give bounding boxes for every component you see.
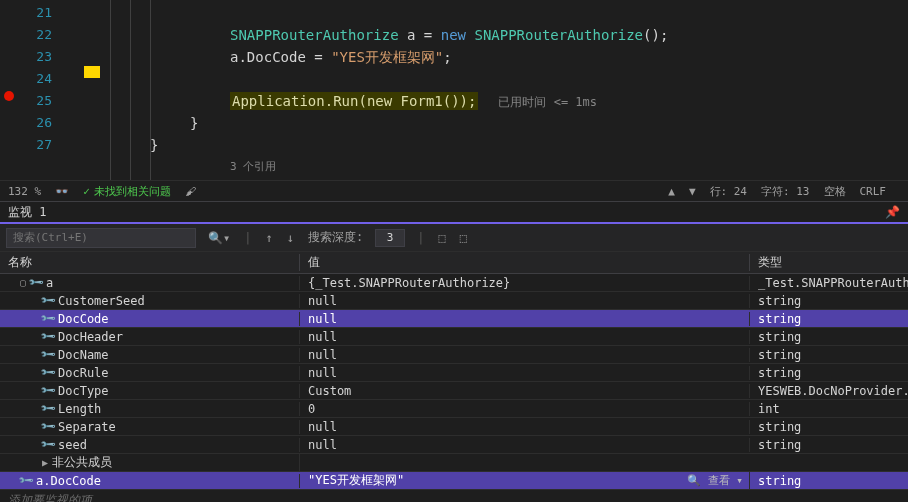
watch-type: string (750, 438, 908, 452)
watch-type: int (750, 402, 908, 416)
nav-next-icon[interactable]: ▼ (689, 185, 696, 198)
watch-value: Custom (300, 384, 750, 398)
watch-type: string (750, 312, 908, 326)
cursor-col[interactable]: 字符: 13 (761, 184, 810, 199)
watch-type: string (750, 330, 908, 344)
watch-name: a (46, 276, 53, 290)
depth-input[interactable] (375, 229, 405, 247)
pin-icon[interactable]: 📌 (885, 205, 900, 219)
watch-value: null (300, 294, 750, 308)
watch-name: Separate (58, 420, 116, 434)
wrench-icon: 🔧 (40, 418, 56, 434)
watch-value: {_Test.SNAPPRouterAuthorize} (300, 276, 750, 290)
watch-row[interactable]: 🔧DocRulenullstring (0, 364, 908, 382)
watch-name: Length (58, 402, 101, 416)
search-input[interactable] (13, 231, 189, 244)
watch-type: string (750, 366, 908, 380)
wrench-icon: 🔧 (40, 328, 56, 344)
line-ending[interactable]: CRLF (860, 185, 887, 198)
nav-prev-icon[interactable]: ▲ (668, 185, 675, 198)
depth-label: 搜索深度: (306, 229, 365, 246)
code-editor[interactable]: 21 22 23 24 25 26 27 SNAPPRouterAuthoriz… (0, 0, 908, 180)
watch-value: null (300, 438, 750, 452)
watch-row[interactable]: 🔧CustomerSeednullstring (0, 292, 908, 310)
wrench-icon: 🔧 (40, 436, 56, 452)
indent-mode[interactable]: 空格 (824, 184, 846, 199)
breakpoint-icon[interactable] (4, 91, 14, 101)
watch-panel-title: 监视 1 (8, 204, 46, 221)
watch-type: _Test.SNAPPRouterAutho... (750, 276, 908, 290)
watch-row[interactable]: 🔧DocCodenullstring (0, 310, 908, 328)
watch-value: null (300, 420, 750, 434)
wrench-icon: 🔧 (40, 310, 56, 326)
zoom-level[interactable]: 132 % (8, 185, 41, 198)
watch-row[interactable]: 🔧DocHeadernullstring (0, 328, 908, 346)
watch-type: string (750, 474, 908, 488)
brush-icon[interactable]: 🖌 (185, 185, 196, 198)
watch-name: CustomerSeed (58, 294, 145, 308)
watch-name: DocName (58, 348, 109, 362)
header-value[interactable]: 值 (300, 254, 750, 271)
expand-icon[interactable]: ▶ (42, 457, 48, 468)
watch-type: YESWEB.DocNoProvider.... (750, 384, 908, 398)
nav-down-icon[interactable]: ↓ (285, 231, 296, 245)
wrench-icon: 🔧 (40, 292, 56, 308)
watch-value: null (300, 312, 750, 326)
editor-status-bar: 132 % 👓 ✓ 未找到相关问题 🖌 ▲ ▼ 行: 24 字符: 13 空格 … (0, 180, 908, 202)
format-icon[interactable]: ⬚ (458, 231, 469, 245)
watch-row[interactable]: 🔧Separatenullstring (0, 418, 908, 436)
watch-value: 0 (300, 402, 750, 416)
watch-grid-header: 名称 值 类型 (0, 252, 908, 274)
expand-icon[interactable]: ▢ (20, 277, 26, 288)
wrench-icon: 🔧 (28, 274, 44, 290)
execution-pointer-icon (84, 66, 100, 78)
wrench-icon: 🔧 (18, 472, 34, 488)
watch-name: a.DocCode (36, 474, 101, 488)
no-issues-status[interactable]: ✓ 未找到相关问题 (83, 184, 171, 199)
header-name[interactable]: 名称 (0, 254, 300, 271)
references-hint[interactable]: 3 个引用 (100, 156, 908, 178)
watch-type: string (750, 420, 908, 434)
watch-name: 非公共成员 (52, 454, 112, 471)
nav-up-icon[interactable]: ↑ (263, 231, 274, 245)
line-number-gutter: 21 22 23 24 25 26 27 (0, 0, 60, 180)
watch-name: DocType (58, 384, 109, 398)
watch-row[interactable]: 🔧Length0int (0, 400, 908, 418)
wrench-icon: 🔧 (40, 364, 56, 380)
wrench-icon: 🔧 (40, 346, 56, 362)
watch-row[interactable]: ▢🔧a{_Test.SNAPPRouterAuthorize}_Test.SNA… (0, 274, 908, 292)
watch-name: DocRule (58, 366, 109, 380)
watch-toolbar: 🔍▾ | ↑ ↓ 搜索深度: | ⬚ ⬚ (0, 224, 908, 252)
watch-name: seed (58, 438, 87, 452)
marker-column (60, 0, 100, 180)
watch-row[interactable]: 🔧DocNamenullstring (0, 346, 908, 364)
wrench-icon: 🔧 (40, 382, 56, 398)
watch-name: DocCode (58, 312, 109, 326)
watch-value: null (300, 330, 750, 344)
glasses-icon[interactable]: 👓 (55, 185, 69, 198)
code-area[interactable]: SNAPPRouterAuthorize a = new SNAPPRouter… (100, 0, 908, 180)
watch-row[interactable]: 🔧a.DocCode"YES开发框架网"🔍 查看 ▾string (0, 472, 908, 490)
execution-timing: 已用时间 <= 1ms (498, 95, 597, 109)
search-input-wrapper[interactable] (6, 228, 196, 248)
cursor-line[interactable]: 行: 24 (710, 184, 748, 199)
watch-value: null (300, 348, 750, 362)
watch-grid-body[interactable]: ▢🔧a{_Test.SNAPPRouterAuthorize}_Test.SNA… (0, 274, 908, 490)
header-type[interactable]: 类型 (750, 254, 908, 271)
filter-icon[interactable]: ⬚ (436, 231, 447, 245)
watch-row[interactable]: 🔧DocTypeCustomYESWEB.DocNoProvider.... (0, 382, 908, 400)
search-icon[interactable]: 🔍▾ (206, 231, 232, 245)
watch-type: string (750, 294, 908, 308)
wrench-icon: 🔧 (40, 400, 56, 416)
watch-name: DocHeader (58, 330, 123, 344)
watch-value: "YES开发框架网"🔍 查看 ▾ (300, 472, 750, 489)
watch-panel-header: 监视 1 📌 (0, 202, 908, 224)
watch-row[interactable]: ▶非公共成员 (0, 454, 908, 472)
watch-type: string (750, 348, 908, 362)
watch-row[interactable]: 🔧seednullstring (0, 436, 908, 454)
watch-value: null (300, 366, 750, 380)
add-watch-item[interactable]: 添加要监视的项 (0, 490, 908, 502)
view-link[interactable]: 🔍 查看 ▾ (687, 472, 743, 489)
